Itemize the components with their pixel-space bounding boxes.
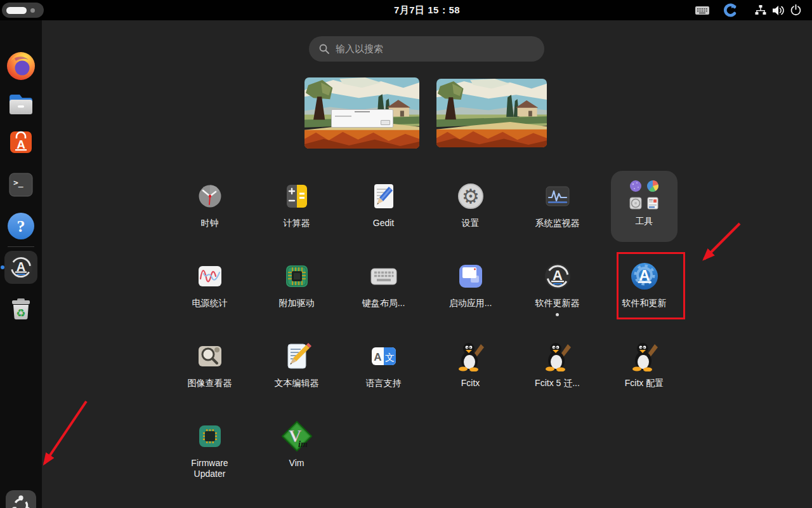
dock-item-trash[interactable]: ♻ [6,293,36,324]
running-indicator-dot [1,265,4,269]
show-apps-button[interactable] [6,490,36,508]
svg-text:♻: ♻ [16,307,25,319]
app-additional-drivers[interactable]: 附加驱动 [253,261,340,341]
text-editor-icon [282,341,312,371]
app-label: 键盘布局... [362,298,405,309]
dock-item-files[interactable] [6,89,36,119]
power-icon[interactable] [790,0,801,20]
app-fcitx-config[interactable]: Fcitx 配置 [601,341,688,421]
keyboard-indicator-icon[interactable] [695,0,709,20]
workspace-dot[interactable] [30,8,35,13]
annotation-arrow-software-and-updates [704,224,740,259]
app-text-editor[interactable]: 文本编辑器 [253,341,340,421]
app-label: Fcitx [461,378,480,389]
search-icon [319,44,329,54]
app-label: 计算器 [284,218,310,229]
search-input[interactable]: 输入以搜索 [309,36,544,62]
power-statistics-icon [195,261,225,291]
fcitx-tux-icon [629,341,660,371]
folder-preview [629,180,659,210]
app-label: 电源统计 [192,298,228,309]
app-fcitx5-migration[interactable]: Fcitx 5 迁... [514,341,601,421]
fcitx-tux-icon [542,341,573,371]
mini-app-icon [629,197,642,210]
active-workspace-pill[interactable] [6,7,27,14]
dock-item-help[interactable]: ? [6,211,36,241]
app-keyboard-layout[interactable]: 键盘布局... [340,261,427,341]
app-system-monitor[interactable]: 系统监视器 [514,181,601,261]
calculator-icon [282,181,312,211]
dock-item-terminal[interactable]: >_ [6,169,36,199]
keyboard-layout-icon [369,261,399,291]
app-label: 图像查看器 [188,378,232,389]
app-calculator[interactable]: 计算器 [253,181,340,261]
wired-network-icon[interactable] [755,0,766,20]
app-firmware-updater[interactable]: Firmware Updater [166,421,253,501]
svg-text:>_: >_ [13,178,23,188]
top-bar: 7月7日 15：58 [0,0,812,20]
svg-text:⚙: ⚙ [462,185,480,208]
volume-icon[interactable] [773,0,785,20]
app-label: Fcitx 配置 [625,378,664,389]
dock-item-software-updater[interactable] [4,251,37,284]
app-software-updater[interactable]: 软件更新器 [514,261,601,341]
firmware-updater-icon [195,421,225,451]
app-fcitx[interactable]: Fcitx [427,341,514,421]
svg-text:A: A [374,351,381,363]
dock-separator [8,246,34,247]
app-label: 启动应用... [449,298,492,309]
startup-applications-icon [455,261,486,291]
additional-drivers-icon [282,261,312,291]
svg-text:?: ? [17,217,25,236]
workspace-thumbnail-2[interactable] [436,79,547,147]
app-label: 软件更新器 [535,298,580,309]
workspace-indicator[interactable] [2,3,44,18]
app-startup-applications[interactable]: 启动应用... [427,261,514,341]
app-image-viewer[interactable]: 图像查看器 [166,341,253,421]
search-placeholder: 输入以搜索 [336,43,383,55]
annotation-highlight-box [617,252,685,319]
gedit-icon [369,181,399,211]
software-updater-icon [542,261,573,291]
app-label: Firmware Updater [185,458,235,479]
folder-label: 工具 [636,216,653,227]
app-folder-tools[interactable]: 工具 [611,171,678,242]
svg-text:文: 文 [385,352,395,363]
annotation-arrow-show-apps [44,401,86,464]
app-label: 系统监视器 [535,218,580,229]
settings-icon: ⚙ [455,181,486,211]
app-gedit[interactable]: Gedit [340,181,427,261]
workspace-thumbnail-1[interactable] [304,77,419,149]
mini-app-icon [646,197,659,210]
app-settings[interactable]: ⚙ 设置 [427,181,514,261]
app-vim[interactable]: V im Vim [253,421,340,501]
svg-text:im: im [298,439,308,449]
fcitx-input-method-icon[interactable] [723,0,737,20]
app-power-statistics[interactable]: 电源统计 [166,261,253,341]
mini-app-icon [646,180,659,192]
dock-item-ubuntu-software[interactable]: A [6,126,36,156]
app-label: 语言支持 [366,378,402,389]
image-viewer-icon [195,341,225,371]
app-label: Vim [289,458,304,469]
app-label: Fcitx 5 迁... [535,378,580,389]
vim-icon: V im [282,421,312,451]
app-label: Gedit [373,218,394,229]
clock-icon [195,181,225,211]
app-label: 文本编辑器 [275,378,319,389]
dock: A >_ ? ♻ [0,20,42,508]
app-language-support[interactable]: A 文 语言支持 [340,341,427,421]
system-monitor-icon [542,181,573,211]
dock-item-firefox[interactable] [6,51,36,81]
app-clock[interactable]: 时钟 [166,181,253,261]
language-support-icon: A 文 [369,341,399,371]
fcitx-tux-icon [455,341,486,371]
svg-text:A: A [16,138,25,151]
mini-app-icon [629,180,642,192]
app-grid: 时钟 计算器 Gedit ⚙ [166,181,688,501]
app-label: 设置 [462,218,480,229]
app-label: 时钟 [201,218,219,229]
app-label: 附加驱动 [279,298,315,309]
workspace-window [331,109,393,128]
clock[interactable]: 7月7日 15：58 [394,0,460,20]
